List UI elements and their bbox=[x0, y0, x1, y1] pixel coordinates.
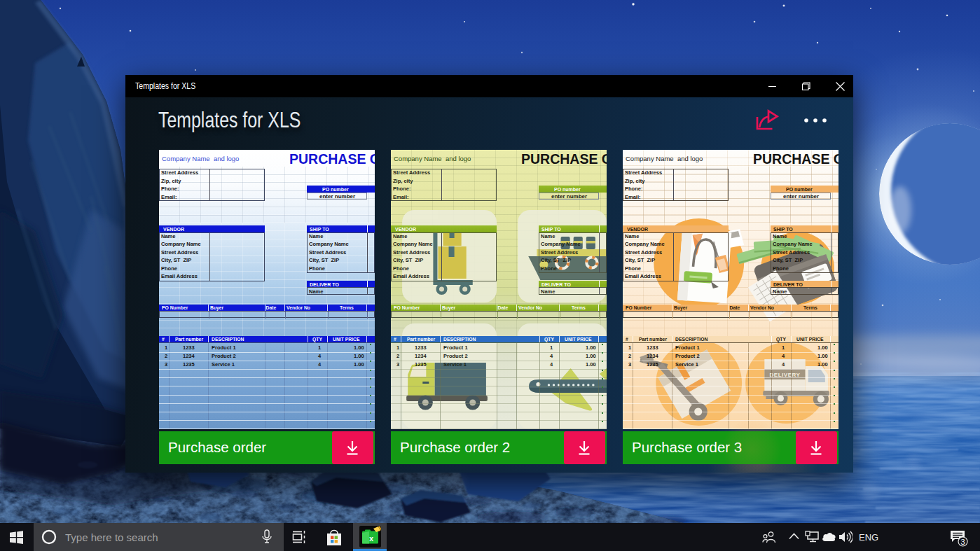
svg-text:x: x bbox=[369, 534, 374, 543]
svg-text:3: 3 bbox=[960, 538, 965, 546]
